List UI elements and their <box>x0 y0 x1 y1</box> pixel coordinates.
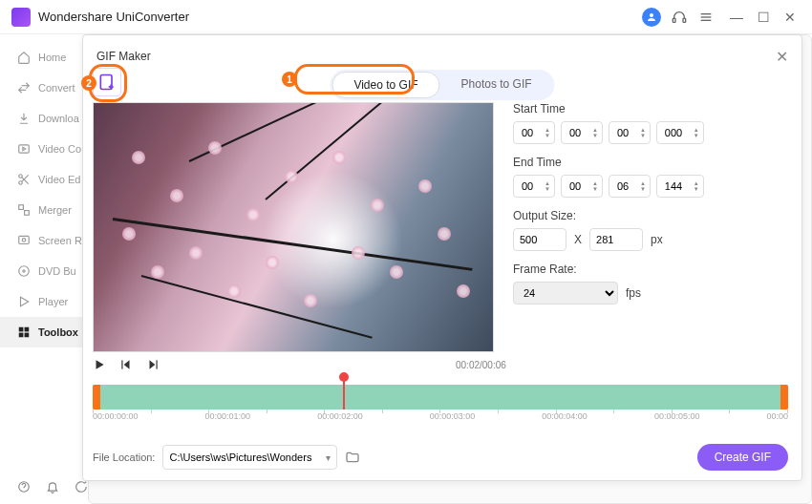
modal-title: GIF Maker <box>96 50 151 63</box>
svg-rect-8 <box>19 145 30 153</box>
svg-point-11 <box>19 181 23 185</box>
sidebar-item-label: Convert <box>38 82 75 94</box>
record-icon <box>17 234 31 247</box>
svg-rect-23 <box>19 333 24 338</box>
sidebar-item-download[interactable]: Downloa <box>0 103 88 134</box>
svg-marker-29 <box>96 360 104 368</box>
gif-maker-modal: GIF Maker ✕ 2 Video to GIF Photos to GIF… <box>82 34 802 481</box>
end-ms-stepper[interactable]: ▲▼ <box>656 175 704 198</box>
svg-rect-31 <box>121 360 122 368</box>
svg-rect-1 <box>673 18 675 22</box>
callout-badge-2: 2 <box>81 75 96 91</box>
sidebar-item-recorder[interactable]: Screen R <box>0 225 88 256</box>
sidebar-item-player[interactable]: Player <box>0 286 88 317</box>
dvd-icon <box>17 264 31 278</box>
svg-rect-24 <box>25 333 30 338</box>
merge-icon <box>17 203 31 217</box>
svg-marker-20 <box>21 297 29 305</box>
tab-photos-to-gif[interactable]: Photos to GIF <box>440 72 553 98</box>
titlebar: Wondershare UniConverter — ☐ ✕ <box>0 0 812 34</box>
help-icon[interactable] <box>17 480 31 494</box>
sidebar-item-label: DVD Bu <box>38 265 76 277</box>
start-ms-stepper[interactable]: ▲▼ <box>656 121 704 144</box>
svg-marker-32 <box>150 360 156 368</box>
timeline: 00:00:00:00 00:00:01:00 00:00:02:00 00:0… <box>93 381 788 421</box>
svg-point-0 <box>650 13 653 17</box>
end-minutes-stepper[interactable]: ▲▼ <box>561 175 603 198</box>
toolbox-icon <box>17 326 31 339</box>
open-folder-button[interactable] <box>345 450 360 465</box>
frame-rate-select[interactable]: 24 <box>513 282 618 304</box>
output-size-label: Output Size: <box>513 209 788 222</box>
timeline-start-handle[interactable] <box>93 385 100 410</box>
sidebar-item-toolbox[interactable]: Toolbox <box>0 317 88 347</box>
svg-rect-2 <box>683 18 686 22</box>
sidebar-item-label: Merger <box>38 204 72 216</box>
scissors-icon <box>17 173 31 186</box>
app-title: Wondershare UniConverter <box>38 10 642 24</box>
player-icon <box>17 295 31 308</box>
svg-rect-22 <box>25 327 30 332</box>
close-button[interactable]: ✕ <box>780 7 801 28</box>
add-file-button[interactable] <box>93 68 121 96</box>
svg-point-17 <box>22 239 26 242</box>
file-location-input[interactable]: ▾ <box>162 445 337 470</box>
start-seconds-stepper[interactable]: ▲▼ <box>609 121 651 144</box>
end-time-label: End Time <box>513 156 788 169</box>
svg-rect-16 <box>19 236 30 243</box>
svg-point-10 <box>19 175 23 178</box>
timeline-playhead[interactable] <box>343 377 345 410</box>
svg-rect-33 <box>157 360 158 368</box>
end-seconds-stepper[interactable]: ▲▼ <box>609 175 651 198</box>
tab-video-to-gif[interactable]: Video to GIF <box>331 72 439 98</box>
sidebar-item-dvd[interactable]: DVD Bu <box>0 256 88 286</box>
output-width-input[interactable] <box>513 228 566 251</box>
start-hours-stepper[interactable]: ▲▼ <box>513 121 555 144</box>
timeline-end-handle[interactable] <box>780 385 788 410</box>
sidebar: Home Convert Downloa Video Co Video Ed M… <box>0 34 88 470</box>
px-label: px <box>651 233 663 246</box>
sidebar-item-label: Downloa <box>38 113 79 124</box>
start-minutes-stepper[interactable]: ▲▼ <box>561 121 603 144</box>
user-avatar-icon[interactable] <box>642 8 661 27</box>
svg-point-19 <box>23 270 25 272</box>
file-location-label: File Location: <box>93 452 155 463</box>
sidebar-item-label: Player <box>38 296 68 307</box>
home-icon <box>17 51 31 64</box>
sidebar-item-label: Video Co <box>38 143 81 155</box>
feedback-icon[interactable] <box>75 480 88 494</box>
menu-icon[interactable] <box>697 9 715 26</box>
bottombar <box>0 470 88 504</box>
tab-switch: Video to GIF Photos to GIF <box>330 70 554 100</box>
sidebar-item-editor[interactable]: Video Ed <box>0 164 88 195</box>
svg-rect-21 <box>19 327 24 332</box>
maximize-button[interactable]: ☐ <box>753 7 774 28</box>
sidebar-item-home[interactable]: Home <box>0 42 88 73</box>
prev-frame-button[interactable] <box>119 358 133 371</box>
compress-icon <box>17 142 31 156</box>
svg-rect-14 <box>19 205 24 210</box>
create-gif-button[interactable]: Create GIF <box>697 444 788 471</box>
frame-rate-label: Frame Rate: <box>513 262 788 276</box>
bell-icon[interactable] <box>46 480 59 494</box>
timeline-track[interactable] <box>93 385 788 410</box>
time-display: 00:02/00:06 <box>456 360 506 370</box>
download-icon <box>17 112 31 125</box>
modal-close-button[interactable]: ✕ <box>776 48 788 66</box>
headset-icon[interactable] <box>671 9 688 26</box>
output-height-input[interactable] <box>589 228 643 251</box>
fps-label: fps <box>626 286 641 300</box>
svg-marker-9 <box>23 147 26 151</box>
end-hours-stepper[interactable]: ▲▼ <box>513 175 555 198</box>
sidebar-item-label: Toolbox <box>38 326 78 338</box>
sidebar-item-convert[interactable]: Convert <box>0 73 88 103</box>
sidebar-item-label: Screen R <box>38 235 82 246</box>
svg-point-18 <box>19 266 30 277</box>
sidebar-item-compress[interactable]: Video Co <box>0 134 88 164</box>
minimize-button[interactable]: — <box>726 7 747 28</box>
play-button[interactable] <box>93 358 106 371</box>
next-frame-button[interactable] <box>146 358 160 371</box>
chevron-down-icon[interactable]: ▾ <box>326 452 331 463</box>
sidebar-item-merger[interactable]: Merger <box>0 195 88 225</box>
video-preview[interactable] <box>93 102 494 352</box>
